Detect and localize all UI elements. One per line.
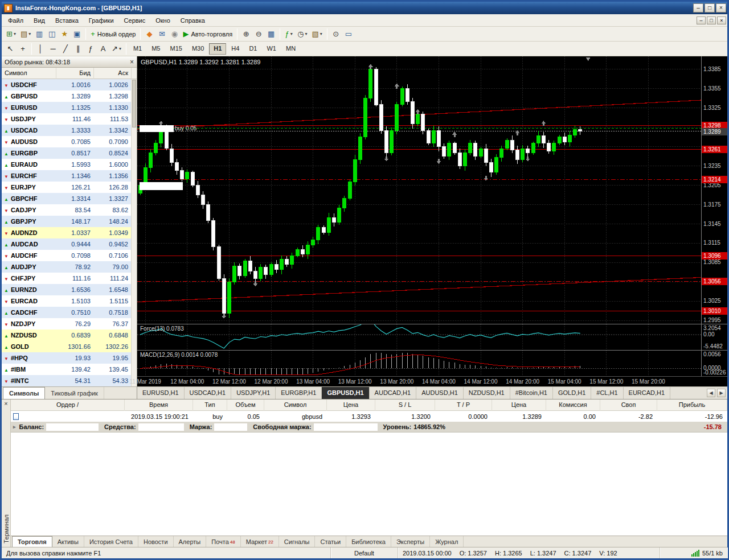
terminal-column-11[interactable]: Прибыль [657, 400, 727, 411]
terminal-tab-история-счета[interactable]: История Счета [84, 536, 138, 547]
force-indicator-pane[interactable]: Force(13) 0.0783 3.20540.00-5.4482 [137, 324, 727, 350]
titlebar-close-button[interactable]: × [716, 3, 726, 13]
terminal-tab-сигналы[interactable]: Сигналы [279, 536, 316, 547]
terminal-column-8[interactable]: Цена [492, 400, 546, 411]
cursor-button[interactable]: ↖ [4, 43, 17, 55]
market-watch-row-#INTC[interactable]: ▼#INTC54.3154.33 [2, 375, 137, 386]
timeframe-m30-button[interactable]: M30 [187, 43, 208, 55]
search-button[interactable]: ⊙ [330, 28, 342, 40]
text-tool-button[interactable]: A [97, 43, 109, 55]
market-watch-row-USDCHF[interactable]: ▼USDCHF1.00161.0026 [2, 79, 137, 90]
market-watch-row-AUDCAD[interactable]: ▲AUDCAD0.94440.9452 [2, 238, 137, 250]
chart-tab-clh1[interactable]: #CL,H1 [591, 387, 623, 399]
terminal-column-2[interactable]: Тип [193, 400, 227, 411]
market-watch-row-#HPQ[interactable]: ▼#HPQ19.9319.95 [2, 352, 137, 364]
market-watch-tab-0[interactable]: Символы [3, 387, 45, 399]
terminal-column-9[interactable]: Комиссия [546, 400, 600, 411]
terminal-toggle-button[interactable]: ▣ [71, 28, 83, 40]
timeframe-w1-button[interactable]: W1 [262, 43, 281, 55]
trend-line-button[interactable]: ╱ [59, 43, 72, 55]
horizontal-line-button[interactable]: ─ [47, 43, 59, 55]
mdi-minimize-button[interactable]: – [697, 17, 706, 24]
price-scale[interactable]: 1.33851.33551.33251.32351.32051.31751.31… [701, 56, 727, 324]
metaeditor-button[interactable]: ◆ [143, 28, 155, 40]
market-watch-column-0[interactable]: Символ [2, 68, 56, 79]
titlebar-minimize-button[interactable]: – [693, 3, 703, 13]
market-watch-row-GBPUSD[interactable]: ▲GBPUSD1.32891.3298 [2, 90, 137, 102]
menu-item-Файл[interactable]: Файл [3, 15, 28, 26]
market-watch-row-USDJPY[interactable]: ▼USDJPY111.46111.53 [2, 113, 137, 125]
menu-item-Справка[interactable]: Справка [175, 15, 210, 26]
tile-windows-button[interactable]: ▦ [265, 28, 277, 40]
titlebar-maximize-button[interactable]: □ [705, 3, 715, 13]
navigator-toggle-button[interactable]: ★ [58, 28, 71, 40]
terminal-tab-эксперты[interactable]: Эксперты [391, 536, 430, 547]
terminal-tab-статьи[interactable]: Статьи [315, 536, 346, 547]
market-watch-row-CADCHF[interactable]: ▲CADCHF0.75100.7518 [2, 307, 137, 318]
menu-item-Сервис[interactable]: Сервис [119, 15, 151, 26]
price-chart-canvas[interactable]: buy 0.05 [137, 56, 701, 324]
market-watch-row-EURUSD[interactable]: ▼EURUSD1.13251.1330 [2, 102, 137, 113]
menu-item-Окно[interactable]: Окно [150, 15, 175, 26]
vertical-line-button[interactable]: │ [34, 43, 47, 55]
terminal-column-7[interactable]: T / P [435, 400, 492, 411]
market-watch-toggle-button[interactable]: ▥ [33, 28, 46, 40]
terminal-column-1[interactable]: Время [125, 400, 193, 411]
timeframe-h1-button[interactable]: H1 [209, 43, 226, 55]
chart-tab-bitcoinh1[interactable]: #Bitcoin,H1 [510, 387, 553, 399]
chart-tab-gbpusdh1[interactable]: GBPUSD,H1 [322, 387, 369, 399]
market-watch-row-AUDJPY[interactable]: ▲AUDJPY78.9279.00 [2, 261, 137, 273]
chart-tab-goldh1[interactable]: GOLD,H1 [553, 387, 591, 399]
menu-item-Вставка[interactable]: Вставка [50, 15, 84, 26]
profiles-button[interactable]: ▤▾ [18, 28, 33, 40]
menu-item-Вид[interactable]: Вид [28, 15, 50, 26]
market-watch-row-NZDJPY[interactable]: ▼NZDJPY76.2976.37 [2, 318, 137, 330]
market-watch-row-EURAUD[interactable]: ▲EURAUD1.59931.6000 [2, 159, 137, 170]
terminal-column-10[interactable]: Своп [600, 400, 657, 411]
news-button[interactable]: ◉ [168, 28, 181, 40]
terminal-close-button[interactable]: × [4, 400, 7, 407]
terminal-column-0[interactable]: Ордер / [11, 400, 125, 411]
zoom-out-button[interactable]: ⊖ [252, 28, 265, 40]
terminal-column-6[interactable]: S / L [375, 400, 435, 411]
fibonacci-button[interactable]: ƒ [84, 43, 97, 55]
terminal-tab-алерты[interactable]: Алерты [174, 536, 207, 547]
chart-tab-nzdusdh1[interactable]: NZDUSD,H1 [464, 387, 510, 399]
terminal-tab-активы[interactable]: Активы [52, 536, 84, 547]
market-watch-row-AUDNZD[interactable]: ▼AUDNZD1.03371.0349 [2, 227, 137, 238]
timeframe-h4-button[interactable]: H4 [227, 43, 244, 55]
market-watch-column-1[interactable]: Бид [56, 68, 94, 79]
chart-tab-eurusdh1[interactable]: EURUSD,H1 [137, 387, 185, 399]
menu-item-Графики[interactable]: Графики [84, 15, 119, 26]
chart-tabs-scroll-right[interactable]: ▶ [717, 389, 726, 397]
market-watch-row-EURCHF[interactable]: ▼EURCHF1.13461.1356 [2, 170, 137, 182]
market-watch-row-AUDCHF[interactable]: ▼AUDCHF0.70980.7106 [2, 250, 137, 261]
terminal-tab-торговля[interactable]: Торговля [12, 536, 52, 547]
chart-tabs-scroll-left[interactable]: ◀ [707, 389, 715, 397]
chart-tab-usdjpyh1[interactable]: USDJPY,H1 [231, 387, 276, 399]
chat-button[interactable]: ▭ [342, 28, 355, 40]
timeframe-m15-button[interactable]: M15 [165, 43, 186, 55]
crosshair-button[interactable]: + [17, 43, 29, 55]
terminal-tab-маркет[interactable]: Маркет22 [241, 536, 279, 547]
new-order-button[interactable]: +Новый ордер [88, 28, 138, 40]
mail-button[interactable]: ✉ [155, 28, 168, 40]
market-watch-row-CHFJPY[interactable]: ▼CHFJPY111.16111.24 [2, 273, 137, 284]
periods-button[interactable]: ◷▾ [295, 28, 309, 40]
indicators-button[interactable]: ƒ▾ [282, 28, 295, 40]
terminal-tab-новости[interactable]: Новости [138, 536, 174, 547]
chart-tab-audusdh1[interactable]: AUDUSD,H1 [416, 387, 464, 399]
scrollbar-thumb[interactable] [132, 80, 136, 127]
zoom-in-button[interactable]: ⊕ [240, 28, 252, 40]
time-axis[interactable]: 11 Mar 201912 Mar 04:0012 Mar 12:0012 Ma… [137, 376, 727, 386]
market-watch-row-USDCAD[interactable]: ▲USDCAD1.33331.3342 [2, 125, 137, 136]
market-watch-close-button[interactable]: × [130, 58, 134, 66]
data-window-toggle-button[interactable]: ◫ [46, 28, 58, 40]
terminal-tab-журнал[interactable]: Журнал [430, 536, 464, 547]
order-row[interactable]: 2019.03.15 19:00:21buy0.05gbpusd1.32931.… [11, 411, 727, 422]
market-watch-tab-1[interactable]: Тиковый график [45, 387, 104, 399]
terminal-column-5[interactable]: Цена [327, 400, 375, 411]
status-profile[interactable]: Default [331, 547, 398, 558]
timeframe-m1-button[interactable]: M1 [129, 43, 146, 55]
terminal-column-4[interactable]: Символ [264, 400, 327, 411]
